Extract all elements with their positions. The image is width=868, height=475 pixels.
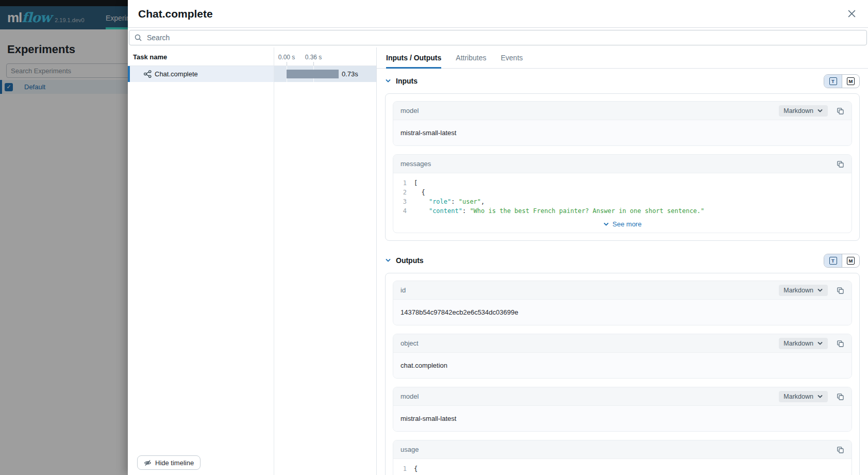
field-header: modelMarkdown [393,387,852,405]
field-controls [836,446,844,454]
hide-timeline-button[interactable]: Hide timeline [137,455,201,470]
modal-main: Task name 0.00 s 0.36 s Chat.complete [128,47,868,475]
eye-off-icon [144,459,152,467]
field-controls: Markdown [779,391,844,402]
copy-icon[interactable] [836,446,844,454]
field-key: id [400,286,406,294]
code-text: [ [414,178,418,188]
markdown-view-icon: M [847,77,855,85]
modal-header: Chat.complete [128,0,868,28]
tab-inputs-outputs[interactable]: Inputs / Outputs [386,47,441,68]
markdown-view-toggle[interactable]: M [842,75,859,88]
time-tick-label-0: 0.00 s [278,54,295,61]
span-duration: 0.73s [342,66,358,82]
copy-icon[interactable] [836,107,844,115]
code-line: 4 "content": "Who is the best French pai… [393,206,852,216]
copy-icon[interactable] [836,286,844,294]
field-value: chat.completion [393,352,852,378]
trace-search-input[interactable] [129,30,867,45]
search-icon [134,34,142,44]
copy-icon[interactable] [836,392,844,401]
timeline-pane: Task name 0.00 s 0.36 s Chat.complete [128,47,376,475]
chevron-down-icon [817,287,823,293]
field-model: modelMarkdownmistral-small-latest [393,387,852,432]
trace-search-bar [128,28,868,47]
field-controls [836,160,844,168]
section-header-outputs: OutputsTM [385,248,860,273]
code-line: 1{ [393,464,852,473]
field-code-block: 1{2 "prompt_tokens": 16 [393,458,852,475]
chevron-down-icon [817,340,823,347]
span-name[interactable]: Chat.complete [155,66,198,82]
field-header: idMarkdown [393,281,852,299]
section-title: Inputs [396,77,418,85]
markdown-select-value: Markdown [783,393,813,400]
markdown-select[interactable]: Markdown [779,338,828,349]
section-inputs: InputsTMmodelMarkdownmistral-small-lates… [385,69,860,241]
see-more-label: See more [612,220,641,228]
gantt-bar[interactable] [287,70,339,78]
line-number: 1 [393,464,414,473]
chevron-down-icon [603,221,609,227]
timeline-header: Task name 0.00 s 0.36 s [128,47,376,66]
field-id: idMarkdown14378b54c97842ecb2e6c534dc0369… [393,281,852,325]
chevron-down-icon[interactable] [385,78,391,84]
section-title: Outputs [396,256,424,265]
span-row-chat-complete[interactable]: Chat.complete 0.73s [128,66,376,82]
markdown-view-toggle[interactable]: M [842,254,859,267]
sections: InputsTMmodelMarkdownmistral-small-lates… [377,69,868,475]
close-icon[interactable] [845,8,858,20]
field-controls: Markdown [779,105,844,117]
tab-attributes[interactable]: Attributes [456,47,486,68]
modal-backdrop[interactable] [0,0,128,475]
field-model: modelMarkdownmistral-small-latest [393,101,852,146]
markdown-select[interactable]: Markdown [779,285,828,296]
field-key: usage [400,446,419,453]
task-name-column-header: Task name [133,53,167,61]
detail-pane: Inputs / Outputs Attributes Events Input… [376,47,868,475]
field-controls: Markdown [779,285,844,296]
trace-span-icon [143,70,152,80]
modal-title: Chat.complete [138,8,213,20]
chevron-down-icon [817,108,823,114]
field-header: modelMarkdown [393,102,852,120]
markdown-select-value: Markdown [783,107,813,114]
line-number: 4 [393,206,414,216]
background-app: mlflow 2.19.1.dev0 Experiments Experimen… [0,0,128,475]
code-line: 1[ [393,178,852,188]
text-view-icon: T [829,257,837,265]
text-view-toggle[interactable]: T [824,75,842,88]
section-card: idMarkdown14378b54c97842ecb2e6c534dc0369… [385,273,860,475]
field-key: model [400,107,419,114]
markdown-select-value: Markdown [783,340,813,347]
field-key: messages [400,160,431,168]
field-code-block: 1[2 {3 "role": "user",4 "content": "Who … [393,173,852,218]
section-outputs: OutputsTMidMarkdown14378b54c97842ecb2e6c… [385,248,860,475]
time-tick-mark [287,62,287,65]
copy-icon[interactable] [836,160,844,168]
time-tick-label-1: 0.36 s [305,54,322,61]
markdown-select[interactable]: Markdown [779,391,828,402]
code-line: 2 { [393,188,852,197]
field-key: object [400,339,419,347]
code-text: { [414,464,418,473]
text-view-toggle[interactable]: T [824,254,842,267]
markdown-select[interactable]: Markdown [779,105,828,117]
field-header: objectMarkdown [393,334,852,352]
tab-events[interactable]: Events [500,47,523,68]
field-messages: messages1[2 {3 "role": "user",4 "content… [393,154,852,233]
trace-detail-modal: Chat.complete Task name 0.00 s 0.36 s [128,0,868,475]
copy-icon[interactable] [836,339,844,348]
field-header: usage [393,440,852,458]
chevron-down-icon[interactable] [385,257,391,264]
code-text: "content": "Who is the best French paint… [414,206,705,216]
code-text: { [414,188,425,197]
field-header: messages [393,155,852,173]
code-line: 3 "role": "user", [393,197,852,206]
see-more-link[interactable]: See more [393,218,852,233]
hide-timeline-label: Hide timeline [155,459,194,467]
field-value: mistral-small-latest [393,120,852,145]
selected-row-accent [128,66,130,82]
detail-tabs: Inputs / Outputs Attributes Events [377,47,868,69]
field-key: model [400,392,419,400]
